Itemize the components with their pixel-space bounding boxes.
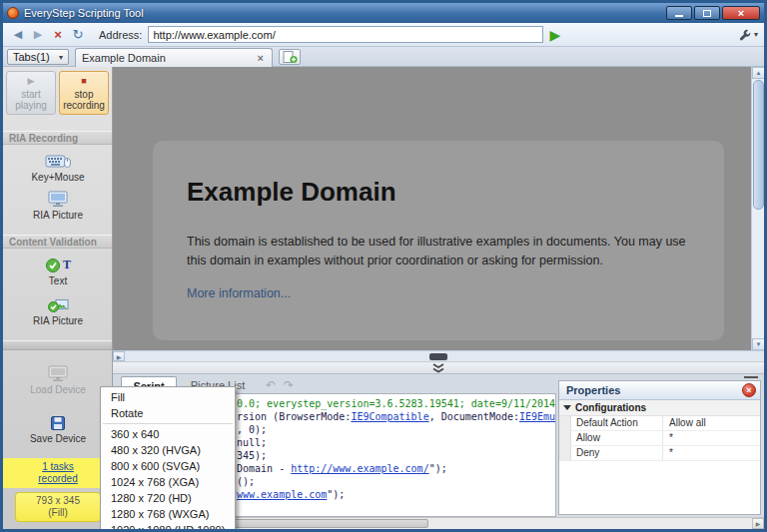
properties-group-label: Configurations [575,402,646,413]
panel-splitter[interactable] [113,361,764,373]
code-text: "); [327,489,345,500]
script-line: , 0); [237,423,555,436]
wrench-icon [738,28,752,42]
load-device-label: Load Device [30,384,86,395]
property-value[interactable]: Allow all [663,416,760,430]
properties-header: Properties × [559,381,760,400]
stop-recording-button[interactable]: ■ stop recording [59,71,109,115]
collapse-panel-button[interactable] [425,363,451,373]
section-header-ria-recording: RIA Recording [3,131,112,145]
device-size-button[interactable]: 793 x 345 (Fill) [15,492,101,522]
start-playing-label: start playing [10,89,52,111]
sidebar-item-label: RIA Picture [33,210,83,221]
device-size-mode: (Fill) [48,507,67,519]
tab-title: Example Domain [82,52,256,64]
code-text: , 0); [237,424,267,435]
vertical-scrollbar-thumb[interactable] [753,80,764,210]
code-link: http://www.example.com/ [291,463,428,474]
app-window: EveryStep Scripting Tool × ◀ ▶ × ↻ Addre… [0,0,767,532]
menu-item-1280x720[interactable]: 1280 x 720 (HD) [101,490,235,506]
menu-item-360x640[interactable]: 360 x 640 [101,426,235,442]
property-value[interactable]: * [663,431,760,445]
menu-item-rotate[interactable]: Rotate [101,405,235,421]
save-icon [50,415,66,431]
device-icon [48,365,68,382]
stop-icon: × [54,27,62,42]
picture-validation-icon [48,297,69,313]
back-button[interactable]: ◀ [9,26,27,44]
script-line: (); [237,475,555,488]
scroll-right-icon[interactable]: ▶ [113,351,125,361]
property-name: Deny [571,446,663,460]
monitor-icon [48,191,68,208]
save-device-label: Save Device [30,433,86,444]
refresh-button[interactable]: ↻ [69,26,87,44]
go-button[interactable]: ▶ [549,28,560,42]
horizontal-scrollbar-thumb[interactable] [429,353,447,360]
scroll-right-icon[interactable]: ▶ [752,518,764,529]
tab-close-icon[interactable]: × [256,52,266,64]
tools-button[interactable]: ▾ [738,28,758,42]
properties-close-button[interactable]: × [742,383,756,397]
sidebar-item-label: Text [49,275,67,286]
address-input[interactable] [148,26,543,43]
scroll-down-icon[interactable]: ▼ [752,338,764,350]
app-icon [7,7,19,19]
script-line: 0.0; everystep_version=3.6.5283.19541; d… [237,397,555,410]
tabs-dropdown-button[interactable]: Tabs(1) ▾ [7,49,69,65]
minimize-icon [675,15,683,17]
maximize-button[interactable] [694,6,720,20]
double-chevron-down-icon [431,363,445,373]
sidebar-item-label: Key+Mouse [31,172,84,183]
properties-group-configurations[interactable]: Configurations [559,400,760,416]
sidebar-item-text-validation[interactable]: T Text [3,253,113,290]
more-information-link[interactable]: More information... [187,286,291,300]
sidebar-item-ria-picture-validation[interactable]: RIA Picture [3,292,113,330]
page-content-box: Example Domain This domain is establishe… [153,141,724,340]
sidebar-item-key-mouse[interactable]: Key+Mouse [3,149,113,187]
stop-recording-label: stop recording [61,89,107,111]
chevron-down-icon: ▾ [59,53,63,62]
tasks-recorded-label: 1 tasks recorded [30,461,86,485]
tasks-recorded-link[interactable]: 1 tasks recorded [3,458,113,488]
device-size-value: 793 x 345 [36,495,80,507]
menu-item-1280x768[interactable]: 1280 x 768 (WXGA) [101,506,235,522]
code-comment: 0.0; everystep_version=3.6.5283.19541; d… [237,398,556,409]
property-row[interactable]: Allow * [559,431,760,446]
menu-item-480x320[interactable]: 480 x 320 (HVGA) [101,442,235,458]
undo-icon: ↶ [266,378,276,392]
stop-button[interactable]: × [49,26,67,44]
redo-button[interactable]: ↷ [281,377,297,392]
script-line: Domain - http://www.example.com/"); [237,462,555,475]
undo-button[interactable]: ↶ [263,377,279,392]
forward-icon: ▶ [34,28,42,41]
text-validation-icon: T [45,258,71,273]
tab-example-domain[interactable]: Example Domain × [75,48,273,67]
new-tab-button[interactable] [279,49,301,65]
code-text: "); [429,463,447,474]
scroll-up-icon[interactable]: ▲ [752,67,764,79]
close-button[interactable]: × [722,6,760,20]
sidebar: ▶ start playing ■ stop recording RIA Rec… [3,67,113,529]
menu-item-800x600[interactable]: 800 x 600 (SVGA) [101,458,235,474]
save-device-button[interactable]: Save Device [3,412,113,446]
minimize-button[interactable] [666,6,692,20]
load-device-button[interactable]: Load Device [3,358,113,402]
sidebar-item-label: RIA Picture [33,315,83,326]
property-value[interactable]: * [663,446,760,460]
menu-item-1920x1080[interactable]: 1920 x 1080 (HD 1080) [101,522,235,532]
close-icon: × [738,8,744,18]
collapse-triangle-icon[interactable] [563,405,571,410]
property-row[interactable]: Default Action Allow all [559,416,760,431]
start-playing-button[interactable]: ▶ start playing [6,71,56,115]
horizontal-scrollbar[interactable]: ◀ ▶ [113,350,764,361]
menu-item-1024x768[interactable]: 1024 x 768 (XGA) [101,474,235,490]
sidebar-item-ria-picture-recording[interactable]: RIA Picture [3,187,113,225]
property-row[interactable]: Deny * [559,446,760,461]
menu-item-fill[interactable]: Fill [101,389,235,405]
code-text: null; [237,437,267,448]
vertical-scrollbar[interactable]: ▲ ▼ [751,67,764,350]
size-context-menu: Fill Rotate 360 x 640 480 x 320 (HVGA) 8… [100,386,236,532]
property-name: Default Action [571,416,663,430]
forward-button[interactable]: ▶ [29,26,47,44]
